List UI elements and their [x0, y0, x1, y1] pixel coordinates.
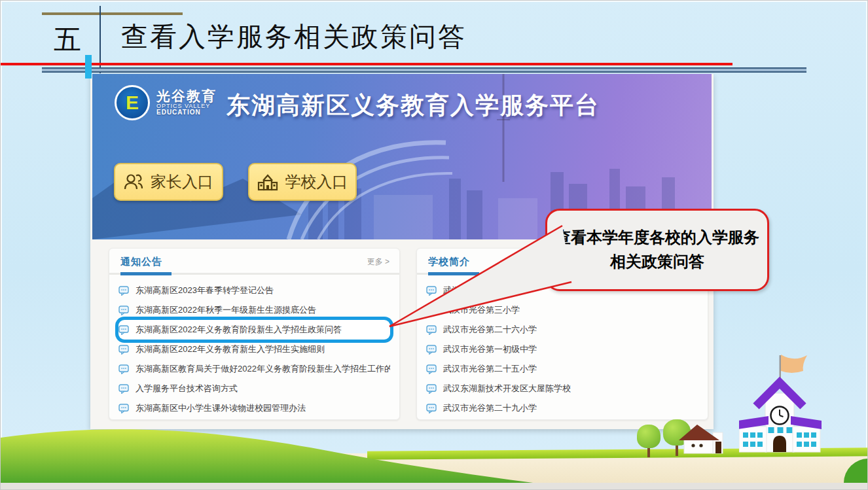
site-logo: E 光谷教育 OPTICS VALLEY EDUCATION: [115, 85, 217, 120]
site-title: 东湖高新区义务教育入学服务平台: [226, 90, 600, 122]
message-icon: [118, 306, 130, 315]
parents-icon: [124, 173, 143, 190]
notice-divider: [109, 273, 399, 275]
school-item-text: 武汉市光谷第二十五小学: [443, 363, 537, 375]
notice-item-text: 入学服务平台技术咨询方式: [136, 383, 238, 394]
notice-item-text: 东湖高新区2022年秋季一年级新生生源摸底公告: [136, 304, 316, 316]
message-icon: [118, 404, 130, 413]
section-number: 五: [39, 22, 96, 58]
school-item-text: 武汉市光谷第一初级中学: [443, 343, 537, 355]
notice-item-text: 东湖高新区2022年义务教育新生入学招生实施细则: [136, 343, 325, 355]
school-entry-button[interactable]: 学校入口: [248, 163, 357, 201]
message-icon: [426, 286, 437, 296]
logo-letter: E: [126, 92, 139, 114]
notice-panel: 通知公告 更多 > 东湖高新区2023年春季转学登: [109, 248, 400, 420]
message-icon: [118, 345, 130, 355]
steel-underline: [42, 67, 806, 73]
message-icon: [426, 345, 437, 355]
message-icon: [426, 384, 437, 394]
school-list: 武汉市光谷第一小学 武汉市光谷第三小学: [417, 275, 708, 418]
parent-entry-button[interactable]: 家长入口: [114, 163, 223, 201]
house-icon: [679, 421, 734, 455]
page-title: 查看入学服务相关政策问答: [121, 19, 467, 55]
message-icon: [426, 325, 437, 335]
school-item[interactable]: 武汉市光谷第二十五小学: [426, 359, 698, 379]
school-item-text: 武汉东湖新技术开发区大屋陈学校: [443, 383, 571, 394]
school-panel-title: 学校简介: [428, 256, 470, 268]
school-item-text: 武汉市光谷第二十九小学: [443, 402, 537, 414]
message-icon: [118, 286, 130, 296]
notice-panel-title: 通知公告: [120, 256, 162, 268]
notice-item[interactable]: 东湖高新区中小学生课外读物进校园管理办法: [118, 398, 390, 418]
message-icon: [426, 306, 437, 315]
callout-line1: 查看本学年度各校的入学服务: [555, 226, 759, 250]
school-item[interactable]: 武汉市光谷第二十六小学: [426, 320, 698, 340]
logo-name-en2: EDUCATION: [156, 109, 217, 116]
notice-list: 东湖高新区2023年春季转学登记公告 东湖高新区2022年秋季一年级新生生源摸底…: [109, 275, 399, 418]
notice-item[interactable]: 东湖高新区2022年义务教育阶段新生入学招生政策问答: [118, 320, 390, 340]
notice-item-text: 东湖高新区2022年义务教育阶段新生入学招生政策问答: [136, 324, 342, 336]
message-icon: [426, 404, 437, 413]
message-icon: [118, 325, 130, 335]
logo-text: 光谷教育 OPTICS VALLEY EDUCATION: [156, 89, 217, 116]
message-icon: [118, 384, 130, 394]
notice-item-text: 东湖高新区2023年春季转学登记公告: [136, 285, 274, 296]
presentation-slide: 五 查看入学服务相关政策问答: [0, 0, 868, 490]
school-item[interactable]: 武汉市光谷第三小学: [426, 300, 698, 320]
top-accent-line: [42, 12, 183, 15]
school-item-text: 武汉市光谷第二十六小学: [443, 324, 537, 336]
notice-item-text: 东湖高新区中小学生课外读物进校园管理办法: [136, 402, 306, 414]
notice-item[interactable]: 东湖高新区2022年义务教育新生入学招生实施细则: [118, 340, 390, 359]
school-item[interactable]: 武汉市光谷第二十九小学: [426, 398, 698, 418]
bottom-gray-strip: [1, 483, 868, 490]
school-item-text: 武汉市光谷第三小学: [443, 304, 520, 316]
notice-item[interactable]: 东湖高新区2023年春季转学登记公告: [118, 281, 390, 300]
notice-item[interactable]: 东湖高新区教育局关于做好2022年义务教育阶段新生入学招生工作的...: [118, 359, 390, 379]
notice-more-link[interactable]: 更多 >: [367, 256, 389, 268]
tree-icon: [637, 425, 660, 457]
school-item[interactable]: 武汉市光谷第一初级中学: [426, 340, 698, 359]
logo-badge-icon: E: [115, 85, 150, 120]
parent-entry-label: 家长入口: [151, 171, 213, 192]
cyan-accent-bar: [85, 55, 92, 79]
notice-item-text: 东湖高新区教育局关于做好2022年义务教育阶段新生入学招生工作的...: [136, 363, 390, 375]
school-entry-label: 学校入口: [285, 171, 348, 192]
callout-line2: 相关政策问答: [610, 250, 704, 274]
notice-item[interactable]: 入学服务平台技术咨询方式: [118, 379, 390, 398]
school-building-icon: [739, 353, 831, 454]
logo-name-zh: 光谷教育: [156, 89, 217, 103]
green-hill: [1, 418, 668, 490]
school-icon: [257, 173, 278, 191]
message-icon: [426, 364, 437, 374]
message-icon: [118, 364, 130, 374]
red-underline: [1, 63, 732, 65]
annotation-callout: 查看本学年度各校的入学服务 相关政策问答: [545, 209, 769, 291]
school-item[interactable]: 武汉东湖新技术开发区大屋陈学校: [426, 379, 698, 398]
school-item-text: 武汉市光谷第一小学: [443, 285, 520, 296]
notice-item[interactable]: 东湖高新区2022年秋季一年级新生生源摸底公告: [118, 300, 390, 320]
